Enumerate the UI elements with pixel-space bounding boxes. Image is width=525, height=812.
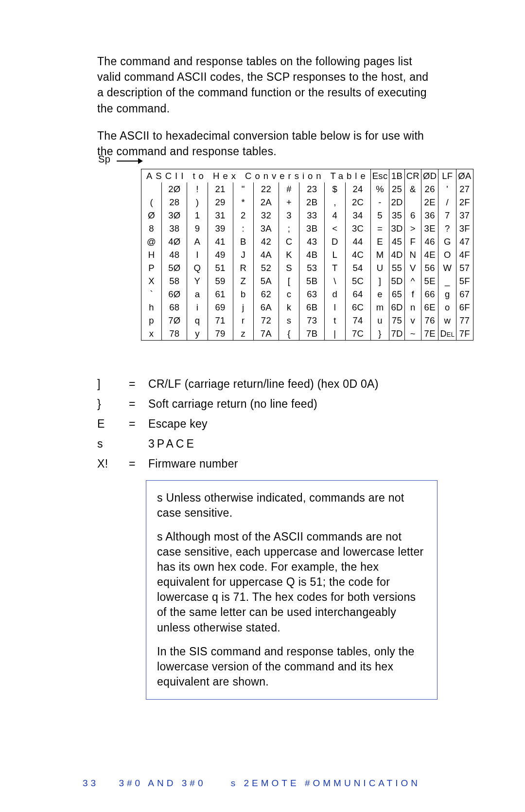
ascii-char: , (325, 196, 345, 209)
hex-code: 7C (345, 327, 370, 341)
hex-code: 45 (389, 235, 404, 248)
hex-code: 23 (299, 182, 325, 196)
ascii-char: L (325, 248, 345, 261)
ascii-char: | (325, 327, 345, 341)
hex-code: 37 (456, 209, 473, 222)
ascii-char: } (370, 327, 389, 341)
def-symbol: s (97, 437, 129, 451)
ascii-char: Q (187, 261, 208, 274)
hex-code: 46 (421, 235, 438, 248)
ascii-char: a (187, 288, 208, 301)
ascii-char: E (370, 235, 389, 248)
hex-code: 58 (162, 274, 187, 288)
ascii-char: [ (279, 274, 299, 288)
ascii-char: = (370, 222, 389, 235)
ascii-char: / (438, 196, 456, 209)
ascii-char: ! (187, 182, 208, 196)
ascii-hex-conversion-table: ASCII to Hex Conversion Table Esc 1B CR … (141, 169, 473, 341)
ascii-char: 8 (141, 222, 162, 235)
hex-code: 73 (299, 314, 325, 327)
ascii-char (404, 196, 421, 209)
ascii-char: m (370, 301, 389, 314)
hex-code: 5F (456, 274, 473, 288)
def-description: 3PACE (148, 437, 438, 451)
ascii-char: + (279, 196, 299, 209)
hex-code: 52 (253, 261, 279, 274)
hex-code: 5C (345, 274, 370, 288)
lf-hex: ØA (456, 169, 473, 183)
ascii-char: R (233, 261, 253, 274)
ascii-char: u (370, 314, 389, 327)
ascii-char: j (233, 301, 253, 314)
hex-code: 7E (421, 327, 438, 341)
page-footer: 33 3#0 AND 3#0 s 2EMOTE #OMMUNICATION (83, 778, 420, 789)
ascii-char: i (187, 301, 208, 314)
ascii-char: G (438, 235, 456, 248)
hex-code: 21 (208, 182, 233, 196)
ascii-char: S (279, 261, 299, 274)
note-2: s Although most of the ASCII commands ar… (157, 529, 426, 635)
def-equals: = (129, 378, 148, 391)
hex-code: 43 (299, 235, 325, 248)
hex-code: 63 (299, 288, 325, 301)
notes-box: s Unless otherwise indicated, commands a… (146, 480, 438, 700)
hex-code: 68 (162, 301, 187, 314)
lf-label: LF (438, 169, 456, 183)
hex-code: 7A (253, 327, 279, 341)
hex-code: 5Ø (162, 261, 187, 274)
hex-code: 33 (299, 209, 325, 222)
ascii-char: @ (141, 235, 162, 248)
ascii-char: ( (141, 196, 162, 209)
ascii-char: P (141, 261, 162, 274)
hex-code: 4Ø (162, 235, 187, 248)
ascii-char: " (233, 182, 253, 196)
ascii-char: x (141, 327, 162, 341)
ascii-char: z (233, 327, 253, 341)
hex-code: 41 (208, 235, 233, 248)
hex-code: 77 (456, 314, 473, 327)
hex-code: 42 (253, 235, 279, 248)
hex-code: 3D (389, 222, 404, 235)
hex-code: 67 (456, 288, 473, 301)
hex-code: 62 (253, 288, 279, 301)
table-row: `6Øa61b62c63d64e65f66g67 (141, 288, 473, 301)
ascii-char: 3 (279, 209, 299, 222)
ascii-char: % (370, 182, 389, 196)
ascii-char: B (233, 235, 253, 248)
ascii-char: N (404, 248, 421, 261)
ascii-char: \ (325, 274, 345, 288)
footer-section-2: s 2EMOTE #OMMUNICATION (231, 778, 420, 788)
ascii-char: 7 (438, 209, 456, 222)
hex-code: 2B (299, 196, 325, 209)
hex-code: 71 (208, 314, 233, 327)
hex-code: 61 (208, 288, 233, 301)
hex-code: 39 (208, 222, 233, 235)
intro-paragraph-2: The ASCII to hexadecimal conversion tabl… (97, 128, 438, 159)
hex-code: 2C (345, 196, 370, 209)
ascii-char: r (233, 314, 253, 327)
cr-label: CR (404, 169, 421, 183)
hex-code: 6D (389, 301, 404, 314)
ascii-char: A (187, 235, 208, 248)
table-row: H48I49J4AK4BL4CM4DN4EO4F (141, 248, 473, 261)
table-title-text: ASCII to Hex Conversion Table (146, 171, 369, 181)
hex-code: 5A (253, 274, 279, 288)
def-symbol: E (97, 417, 129, 431)
hex-code: 57 (456, 261, 473, 274)
ascii-char: J (233, 248, 253, 261)
table-row: P5ØQ51R52S53T54U55V56W57 (141, 261, 473, 274)
hex-code: 54 (345, 261, 370, 274)
note-1: s Unless otherwise indicated, commands a… (157, 490, 426, 521)
ascii-char: s (279, 314, 299, 327)
hex-code: 3C (345, 222, 370, 235)
ascii-char: h (141, 301, 162, 314)
table-row: 838939:3A;3B<3C=3D>3E?3F (141, 222, 473, 235)
hex-code: 22 (253, 182, 279, 196)
ascii-char: n (404, 301, 421, 314)
hex-code: 25 (389, 182, 404, 196)
ascii-char: e (370, 288, 389, 301)
ascii-char: # (279, 182, 299, 196)
ascii-char: v (404, 314, 421, 327)
hex-code: 59 (208, 274, 233, 288)
ascii-char: 6 (404, 209, 421, 222)
